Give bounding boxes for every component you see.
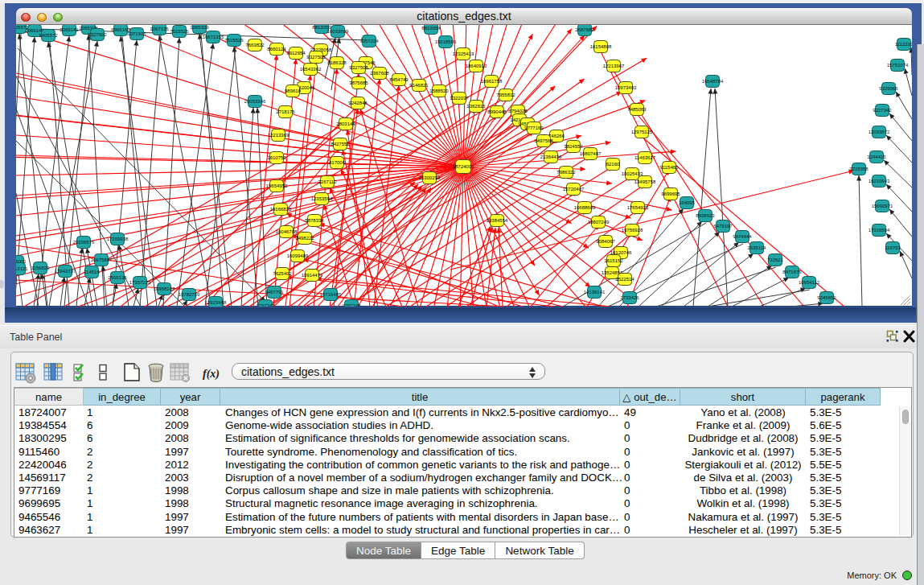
svg-text:9457791: 9457791 — [265, 290, 284, 295]
svg-text:2803144: 2803144 — [336, 122, 355, 126]
svg-text:2367608: 2367608 — [370, 71, 389, 76]
svg-text:18807249: 18807249 — [588, 220, 610, 225]
svg-text:1071915: 1071915 — [127, 31, 146, 36]
svg-text:6794028: 6794028 — [508, 109, 528, 113]
svg-text:12975125: 12975125 — [631, 130, 653, 134]
svg-text:8660124: 8660124 — [267, 47, 286, 51]
svg-text:20053346: 20053346 — [244, 99, 266, 104]
svg-text:19654952: 19654952 — [266, 183, 288, 188]
svg-text:9474444: 9474444 — [733, 234, 752, 239]
svg-text:1615152: 1615152 — [604, 258, 623, 263]
svg-text:9327505: 9327505 — [306, 55, 326, 60]
svg-text:1065329: 1065329 — [190, 25, 209, 30]
svg-text:9245652: 9245652 — [817, 295, 836, 300]
svg-text:16210643: 16210643 — [869, 179, 890, 183]
svg-text:16154808: 16154808 — [590, 44, 612, 49]
svg-text:5878334: 5878334 — [305, 218, 324, 223]
svg-text:18640910: 18640910 — [466, 64, 487, 68]
svg-text:15720407: 15720407 — [563, 187, 585, 192]
svg-text:9329966: 9329966 — [879, 86, 898, 91]
svg-text:8813054: 8813054 — [421, 26, 441, 31]
svg-text:8427552: 8427552 — [331, 142, 350, 146]
svg-text:3875685: 3875685 — [349, 80, 368, 85]
svg-text:10973493: 10973493 — [615, 85, 637, 90]
svg-text:8471676: 8471676 — [782, 270, 802, 274]
svg-text:12213369: 12213369 — [268, 133, 290, 138]
svg-text:12353594: 12353594 — [311, 196, 333, 201]
svg-text:8938923: 8938923 — [696, 213, 715, 218]
svg-text:16033809: 16033809 — [327, 29, 349, 34]
svg-text:19384554: 19384554 — [487, 218, 508, 223]
svg-text:16782759: 16782759 — [179, 292, 200, 297]
svg-text:13495758: 13495758 — [634, 179, 656, 184]
svg-text:2935114: 2935114 — [748, 245, 767, 250]
svg-text:20206576: 20206576 — [73, 240, 95, 245]
svg-text:9227342: 9227342 — [873, 108, 892, 113]
svg-text:1292348: 1292348 — [342, 303, 361, 307]
svg-text:1244415: 1244415 — [867, 154, 886, 159]
svg-text:1733426: 1733426 — [620, 295, 639, 300]
svg-text:f(x): f(x) — [203, 368, 220, 381]
svg-text:9327508: 9327508 — [349, 65, 368, 70]
svg-text:17016504: 17016504 — [869, 228, 890, 233]
svg-text:21364436: 21364436 — [540, 154, 562, 159]
svg-text:7357224: 7357224 — [359, 39, 379, 43]
svg-text:12942737: 12942737 — [55, 269, 76, 274]
svg-text:3267110: 3267110 — [318, 179, 338, 184]
svg-text:7986322: 7986322 — [556, 170, 576, 175]
svg-text:17359938: 17359938 — [107, 237, 129, 241]
svg-text:7515526: 7515526 — [224, 38, 244, 43]
svg-text:10046708: 10046708 — [276, 229, 298, 234]
svg-text:11463627: 11463627 — [634, 155, 656, 160]
svg-text:2687682: 2687682 — [575, 27, 594, 32]
svg-text:8186328: 8186328 — [327, 60, 347, 65]
svg-text:12213967: 12213967 — [603, 64, 625, 68]
svg-text:10807487: 10807487 — [580, 151, 602, 156]
svg-text:1327602: 1327602 — [88, 32, 107, 37]
svg-text:16120746: 16120746 — [610, 250, 632, 255]
svg-text:7515526: 7515526 — [170, 29, 189, 34]
svg-text:3824554: 3824554 — [564, 144, 583, 149]
svg-text:3498222: 3498222 — [295, 236, 314, 241]
svg-text:10958167: 10958167 — [154, 286, 175, 291]
svg-text:19218506: 19218506 — [435, 39, 457, 44]
svg-text:9115460: 9115460 — [660, 165, 680, 170]
svg-text:12325419: 12325419 — [453, 51, 474, 56]
svg-text:62160: 62160 — [606, 162, 620, 167]
svg-text:16961758: 16961758 — [481, 79, 503, 84]
svg-text:12923468: 12923468 — [205, 300, 227, 305]
svg-text:18724007: 18724007 — [453, 164, 474, 169]
svg-text:9242848: 9242848 — [348, 101, 368, 105]
svg-text:1112233: 1112233 — [895, 42, 912, 47]
svg-text:10914479: 10914479 — [302, 273, 323, 278]
svg-text:10654112: 10654112 — [799, 280, 820, 285]
svg-text:15751074: 15751074 — [887, 63, 909, 68]
svg-text:417006: 417006 — [329, 160, 346, 165]
svg-text:6497568: 6497568 — [534, 138, 553, 143]
svg-text:1362615: 1362615 — [466, 104, 486, 109]
svg-text:116753: 116753 — [885, 245, 901, 250]
svg-text:2718176: 2718176 — [276, 109, 295, 114]
svg-text:1588520: 1588520 — [429, 89, 449, 93]
svg-text:7663822: 7663822 — [245, 43, 265, 47]
svg-text:3913121: 3913121 — [16, 266, 28, 271]
svg-text:1322037: 1322037 — [450, 96, 469, 101]
svg-text:1156829: 1156829 — [31, 266, 51, 270]
svg-text:15692971: 15692971 — [872, 204, 893, 208]
svg-text:9084067: 9084067 — [596, 239, 615, 244]
svg-text:15716485: 15716485 — [320, 292, 342, 297]
svg-text:7485063: 7485063 — [627, 107, 647, 112]
svg-text:2069141: 2069141 — [60, 27, 79, 32]
svg-text:732621: 732621 — [767, 257, 784, 262]
svg-text:25300293: 25300293 — [419, 175, 441, 180]
svg-text:30975887: 30975887 — [91, 257, 113, 262]
svg-text:1292347: 1292347 — [256, 303, 275, 307]
svg-text:7955812: 7955812 — [496, 93, 515, 97]
svg-text:2522514: 2522514 — [615, 277, 634, 282]
svg-text:10671355: 10671355 — [203, 35, 224, 39]
svg-text:9146821: 9146821 — [409, 83, 429, 88]
svg-text:19756928: 19756928 — [622, 228, 643, 233]
svg-text:16648784: 16648784 — [702, 79, 724, 84]
svg-text:16543362: 16543362 — [300, 67, 322, 72]
svg-text:19166825: 19166825 — [270, 207, 292, 212]
